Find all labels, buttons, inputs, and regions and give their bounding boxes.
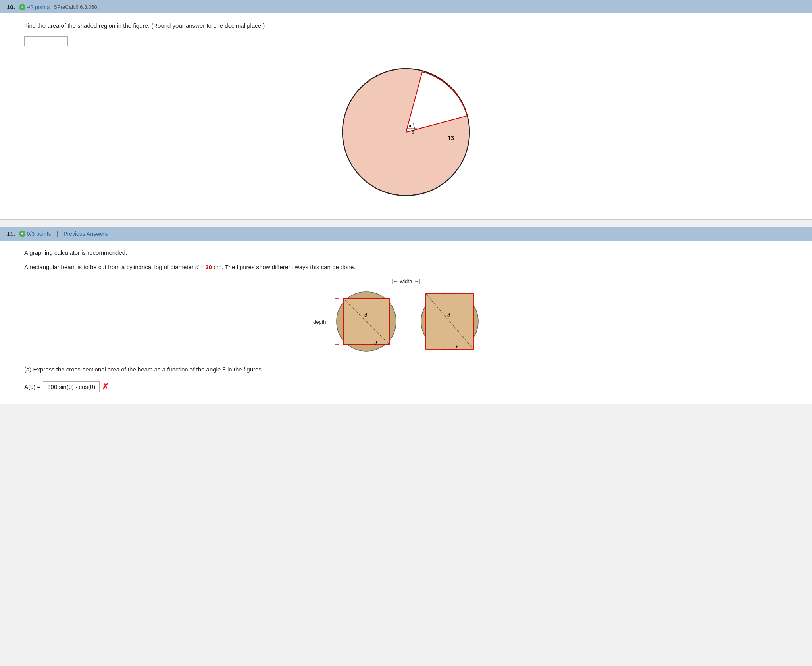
question-11-header: 11. + 0/3 points | Previous Answers <box>0 227 812 241</box>
arrow-left: |← <box>392 278 398 284</box>
plus-icon-11: + <box>19 231 25 237</box>
beam-diagram-left: depth d θ <box>331 286 402 358</box>
pi-label: π <box>408 123 411 129</box>
question-10-header: 10. + -/2 points SPreCalc6 6.3.060. <box>0 0 812 13</box>
formula-label: A(θ) = <box>24 383 40 390</box>
question-11-points: 0/3 points <box>27 231 51 237</box>
beam-diagram-right: d θ <box>418 286 481 358</box>
theta-label-left: θ <box>374 340 377 346</box>
beam-diagrams-row: depth d θ <box>331 286 481 358</box>
previous-answers-link[interactable]: Previous Answers <box>63 231 108 237</box>
question-10-code: SPreCalc6 6.3.060. <box>54 4 98 10</box>
three-label: 3 <box>412 129 414 135</box>
beam-left-svg: d θ <box>331 286 402 357</box>
diameter-value: 30 <box>206 264 212 270</box>
question-10-body: Find the area of the shaded region in th… <box>0 13 812 219</box>
formula-line: A(θ) = 300 sin(θ) · cos(θ) ✗ <box>24 381 788 392</box>
depth-label: depth <box>313 319 326 325</box>
graphing-calc-text: A graphing calculator is recommended. <box>24 248 788 258</box>
question-11-points-badge: + 0/3 points <box>19 231 51 237</box>
circle-svg: π 3 13 <box>331 53 481 204</box>
question-10-number: 10. <box>7 4 15 10</box>
question-11-number: 11. <box>7 231 15 237</box>
question-10-points: -/2 points <box>27 4 50 10</box>
beam-intro-text: A rectangular beam is to be cut from a c… <box>24 263 788 272</box>
circle-figure: π 3 13 <box>24 53 788 204</box>
beam-figure: |← width →| depth d <box>24 278 788 358</box>
question-10-answer-input[interactable] <box>24 36 68 46</box>
d-label-left: d <box>364 312 367 318</box>
wrong-icon: ✗ <box>102 382 109 391</box>
separator-11: | <box>57 231 58 237</box>
beam-right-svg: d θ <box>418 286 481 357</box>
question-10-text: Find the area of the shaded region in th… <box>24 21 788 31</box>
arrow-right: →| <box>414 278 420 284</box>
width-label-container: |← width →| <box>392 278 420 284</box>
width-text: width <box>400 278 412 284</box>
question-11: 11. + 0/3 points | Previous Answers A gr… <box>0 227 812 404</box>
question-10: 10. + -/2 points SPreCalc6 6.3.060. Find… <box>0 0 812 220</box>
theta-label-right: θ <box>456 344 459 350</box>
formula-value: 300 sin(θ) · cos(θ) <box>43 381 100 392</box>
d-label-right: d <box>447 312 450 318</box>
sub-a-text: (a) Express the cross-sectional area of … <box>24 365 788 374</box>
radius-label: 13 <box>448 135 454 141</box>
question-11-body: A graphing calculator is recommended. A … <box>0 241 812 404</box>
question-10-points-badge: + -/2 points <box>19 4 50 10</box>
plus-icon-10: + <box>19 4 25 10</box>
